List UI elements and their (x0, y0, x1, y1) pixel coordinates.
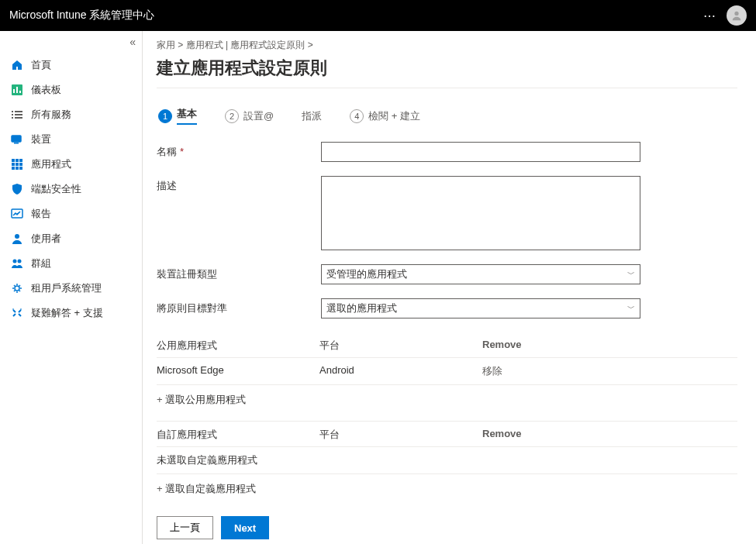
enrollment-type-label: 裝置註冊類型 (157, 264, 321, 281)
select-custom-apps-link[interactable]: 選取自定義應用程式 (157, 474, 256, 504)
sidebar-label: 首頁 (31, 58, 51, 72)
svg-point-0 (734, 12, 738, 15)
header: Microsoft Intune 系統管理中心 ⋯ (0, 0, 756, 31)
step-basic[interactable]: 1 基本 (158, 107, 197, 125)
sidebar-label: 群組 (31, 257, 51, 270)
enrollment-type-select[interactable]: 受管理的應用程式 ﹀ (321, 264, 640, 284)
sidebar-item-dashboard[interactable]: 儀表板 (0, 77, 142, 102)
sidebar-item-home[interactable]: 首頁 (0, 53, 142, 77)
sidebar-label: 所有服務 (31, 108, 71, 122)
more-icon[interactable]: ⋯ (703, 9, 717, 23)
empty-text: 未選取自定義應用程式 (157, 453, 319, 467)
sidebar-label: 使用者 (31, 232, 61, 246)
svg-rect-16 (12, 163, 15, 166)
svg-rect-6 (15, 111, 22, 112)
breadcrumb[interactable]: 家用 > 應用程式 | 應用程式設定原則 > (157, 39, 737, 52)
custom-apps-header: 自訂應用程式 平台 Remove (157, 421, 737, 447)
list-icon (11, 108, 23, 121)
step-label: 檢閱 + 建立 (368, 109, 420, 123)
svg-rect-14 (16, 159, 19, 162)
description-input[interactable] (321, 176, 640, 250)
svg-rect-3 (16, 87, 18, 93)
step-number: 4 (350, 109, 364, 123)
svg-rect-8 (15, 114, 22, 115)
select-value: 受管理的應用程式 (326, 267, 407, 281)
next-button[interactable]: Next (221, 516, 269, 539)
svg-point-25 (18, 260, 22, 263)
shield-icon (11, 183, 23, 195)
name-input[interactable] (321, 142, 640, 162)
description-label: 描述 (157, 176, 321, 193)
app-title: Microsoft Intune 系統管理中心 (9, 9, 155, 22)
column-header-platform: 平台 (319, 428, 482, 442)
avatar[interactable] (727, 5, 747, 26)
sidebar-label: 報告 (31, 207, 51, 221)
step-label: 指派 (302, 109, 322, 123)
sidebar-label: 端點安全性 (31, 182, 81, 196)
svg-rect-10 (15, 117, 22, 119)
step-number: 2 (225, 109, 239, 123)
chevron-down-icon: ﹀ (627, 303, 635, 314)
svg-rect-5 (12, 111, 13, 112)
page-title: 建立應用程式設定原則 (157, 57, 737, 88)
home-icon (11, 59, 23, 71)
svg-rect-18 (19, 163, 22, 166)
svg-rect-2 (13, 89, 15, 93)
cell-app: Microsoft Edge (157, 364, 319, 378)
name-label: 名稱* (157, 142, 321, 159)
column-header-platform: 平台 (319, 339, 482, 353)
step-label: 基本 (177, 107, 197, 125)
svg-rect-11 (12, 136, 21, 142)
tenant-icon (11, 282, 23, 294)
step-label: 設置@ (243, 109, 274, 123)
select-value: 選取的應用程式 (326, 301, 397, 315)
sidebar-item-tenant[interactable]: 租用戶系統管理 (0, 276, 142, 301)
svg-rect-15 (19, 159, 22, 162)
empty-row: 未選取自定義應用程式 (157, 447, 737, 474)
cell-platform: Android (319, 364, 482, 378)
sidebar-item-apps[interactable]: 應用程式 (0, 152, 142, 177)
target-select[interactable]: 選取的應用程式 ﹀ (321, 298, 640, 318)
sidebar-item-services[interactable]: 所有服務 (0, 102, 142, 127)
step-number: 1 (158, 109, 172, 123)
collapse-icon[interactable]: « (129, 36, 136, 48)
dashboard-icon (11, 84, 23, 96)
support-icon (11, 307, 23, 319)
step-settings[interactable]: 2 設置@ (225, 109, 274, 123)
sidebar-item-reports[interactable]: 報告 (0, 201, 142, 226)
svg-point-23 (15, 234, 19, 239)
step-assign[interactable]: 指派 (302, 109, 322, 123)
sidebar-label: 裝置 (31, 133, 51, 146)
column-header-remove: Remove (482, 428, 614, 442)
remove-link[interactable]: 移除 (482, 364, 614, 378)
svg-rect-21 (19, 167, 22, 170)
previous-button[interactable]: 上一頁 (157, 516, 213, 539)
column-header-app: 自訂應用程式 (157, 428, 319, 442)
target-label: 將原則目標對準 (157, 298, 321, 315)
user-icon (11, 232, 23, 245)
sidebar-item-endpoint-security[interactable]: 端點安全性 (0, 177, 142, 201)
sidebar-label: 疑難解答 + 支援 (31, 306, 103, 320)
svg-point-26 (15, 286, 19, 291)
sidebar-label: 應用程式 (31, 157, 71, 171)
sidebar-item-support[interactable]: 疑難解答 + 支援 (0, 301, 142, 325)
sidebar-item-devices[interactable]: 裝置 (0, 127, 142, 152)
svg-rect-9 (12, 117, 13, 119)
column-header-remove: Remove (482, 339, 614, 353)
svg-point-24 (13, 260, 17, 263)
svg-rect-20 (16, 167, 19, 170)
main-content: 家用 > 應用程式 | 應用程式設定原則 > 建立應用程式設定原則 1 基本 2… (143, 31, 756, 544)
group-icon (11, 257, 23, 270)
step-review[interactable]: 4 檢閱 + 建立 (350, 109, 420, 123)
sidebar-label: 租用戶系統管理 (31, 281, 102, 295)
svg-rect-13 (12, 159, 15, 162)
wizard-steps: 1 基本 2 設置@ 指派 4 檢閱 + 建立 (157, 107, 737, 125)
select-public-apps-link[interactable]: 選取公用應用程式 (157, 385, 246, 415)
sidebar-item-users[interactable]: 使用者 (0, 226, 142, 251)
public-apps-header: 公用應用程式 平台 Remove (157, 332, 737, 358)
sidebar-item-groups[interactable]: 群組 (0, 251, 142, 276)
chevron-down-icon: ﹀ (627, 269, 635, 280)
report-icon (11, 208, 23, 220)
svg-rect-17 (16, 163, 19, 166)
column-header-app: 公用應用程式 (157, 339, 319, 353)
